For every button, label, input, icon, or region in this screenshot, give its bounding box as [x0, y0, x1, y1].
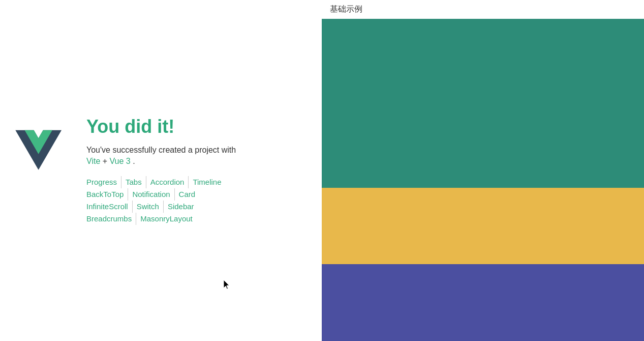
- mouse-cursor: [224, 280, 232, 290]
- vue-logo: [15, 130, 71, 181]
- nav-row-2: BackToTop Notification Card: [86, 188, 306, 201]
- nav-link-timeline[interactable]: Timeline: [189, 176, 225, 188]
- nav-link-accordion[interactable]: Accordion: [146, 176, 189, 188]
- links-line: Vite + Vue 3 .: [86, 157, 306, 166]
- nav-row-4: Breadcrumbs MasonryLayout: [86, 213, 306, 225]
- nav-link-infinitescroll[interactable]: InfiniteScroll: [86, 201, 133, 213]
- nav-link-masonrylayout[interactable]: MasonryLayout: [136, 213, 197, 225]
- right-panel: 基础示例: [322, 0, 644, 341]
- color-block-yellow: [322, 188, 644, 265]
- nav-link-backtotop[interactable]: BackToTop: [86, 188, 128, 201]
- content-area: You did it! You've successfully created …: [86, 116, 306, 225]
- vite-link[interactable]: Vite: [86, 157, 100, 165]
- subtitle-text: You've successfully created a project wi…: [86, 146, 306, 155]
- color-block-purple: [322, 264, 644, 341]
- left-panel: You did it! You've successfully created …: [0, 0, 322, 341]
- nav-link-tabs[interactable]: Tabs: [121, 176, 146, 188]
- nav-link-card[interactable]: Card: [175, 188, 200, 201]
- period: .: [133, 157, 135, 165]
- nav-link-progress[interactable]: Progress: [86, 176, 121, 188]
- nav-link-notification[interactable]: Notification: [128, 188, 174, 201]
- nav-row-3: InfiniteScroll Switch Sidebar: [86, 201, 306, 213]
- page-heading: You did it!: [86, 116, 306, 137]
- right-header: 基础示例: [322, 0, 644, 19]
- nav-links: Progress Tabs Accordion Timeline BackToT…: [86, 176, 306, 225]
- plus-separator: +: [103, 157, 110, 165]
- color-block-teal: [322, 19, 644, 188]
- nav-link-breadcrumbs[interactable]: Breadcrumbs: [86, 213, 136, 225]
- nav-link-switch[interactable]: Switch: [133, 201, 164, 213]
- nav-row-1: Progress Tabs Accordion Timeline: [86, 176, 306, 188]
- vue-link[interactable]: Vue 3: [110, 157, 131, 165]
- section-title: 基础示例: [330, 5, 362, 13]
- nav-link-sidebar[interactable]: Sidebar: [164, 201, 198, 213]
